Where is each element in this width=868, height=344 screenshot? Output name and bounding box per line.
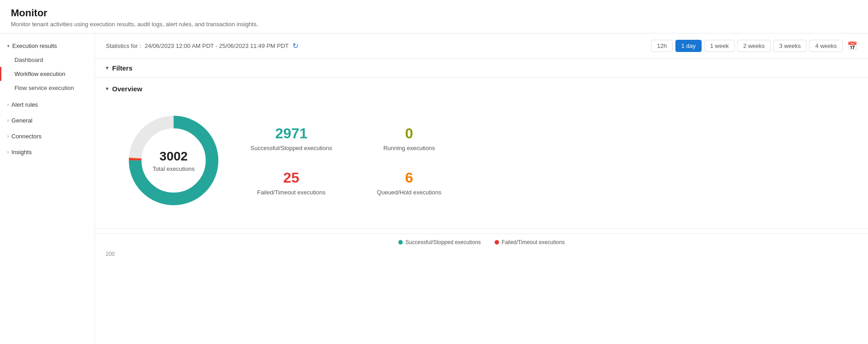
sidebar-item-flow-service[interactable]: Flow service execution <box>0 81 94 95</box>
date-range-text: 24/06/2023 12:00 AM PDT - 25/06/2023 11:… <box>145 42 288 49</box>
filters-section: ▾ Filters <box>95 59 868 78</box>
sidebar-item-workflow-execution[interactable]: Workflow execution <box>0 67 94 81</box>
sidebar-item-connectors[interactable]: › Connectors <box>0 128 94 144</box>
stat-queued-label: Queued/Hold executions <box>368 189 450 196</box>
sidebar-item-insights[interactable]: › Insights <box>0 144 94 160</box>
time-btn-1day[interactable]: 1 day <box>675 40 702 52</box>
stat-queued-value: 6 <box>368 170 450 186</box>
total-executions-label: Total executions <box>152 165 194 172</box>
donut-center: 3002 Total executions <box>152 149 194 172</box>
chart-area-bottom: Successful/Stopped executions Failed/Tim… <box>95 228 868 257</box>
stat-failed: 25 Failed/Timeout executions <box>250 170 332 196</box>
page-header: Monitor Monitor tenant activities using … <box>0 0 868 33</box>
time-btn-2weeks[interactable]: 2 weeks <box>737 40 771 52</box>
chevron-down-icon: ▾ <box>106 86 108 92</box>
chart-y-axis-label: 200 <box>95 251 868 257</box>
stat-running: 0 Running executions <box>368 125 450 151</box>
sidebar-item-general[interactable]: › General <box>0 113 94 128</box>
overview-toggle[interactable]: ▾ Overview <box>106 85 857 93</box>
stat-queued: 6 Queued/Hold executions <box>368 170 450 196</box>
legend-dot-red <box>495 240 499 245</box>
time-btn-3weeks[interactable]: 3 weeks <box>774 40 807 52</box>
stats-bar: Statistics for : 24/06/2023 12:00 AM PDT… <box>95 33 868 59</box>
main-content: Statistics for : 24/06/2023 12:00 AM PDT… <box>95 33 868 344</box>
sidebar-item-alert-rules[interactable]: › Alert rules <box>0 97 94 113</box>
chevron-right-icon: › <box>7 102 9 107</box>
stat-successful: 2971 Successful/Stopped executions <box>250 125 332 151</box>
chevron-right-icon: › <box>7 118 9 123</box>
total-executions-number: 3002 <box>152 149 194 164</box>
time-btn-12h[interactable]: 12h <box>651 40 673 52</box>
stat-successful-label: Successful/Stopped executions <box>250 145 332 151</box>
execution-results-header[interactable]: ▾ Execution results <box>0 39 94 53</box>
chevron-down-icon: ▾ <box>106 65 108 71</box>
page-title: Monitor <box>11 7 857 19</box>
stat-running-value: 0 <box>368 125 450 142</box>
legend-successful: Successful/Stopped executions <box>398 239 481 245</box>
overview-label: Overview <box>112 85 142 93</box>
time-filter-group: 12h 1 day 1 week 2 weeks 3 weeks 4 weeks… <box>651 40 857 52</box>
filters-label: Filters <box>112 64 132 72</box>
stats-grid: 2971 Successful/Stopped executions 0 Run… <box>250 125 450 196</box>
refresh-icon[interactable]: ↻ <box>292 42 298 50</box>
legend-dot-teal <box>398 240 403 245</box>
legend-failed-label: Failed/Timeout executions <box>502 239 565 245</box>
execution-results-label: Execution results <box>12 42 57 49</box>
stat-successful-value: 2971 <box>250 125 332 142</box>
chart-legend: Successful/Stopped executions Failed/Tim… <box>95 233 868 251</box>
sidebar-item-dashboard[interactable]: Dashboard <box>0 53 94 67</box>
time-btn-4weeks[interactable]: 4 weeks <box>809 40 843 52</box>
stats-prefix: Statistics for : <box>106 42 141 49</box>
donut-chart: 3002 Total executions <box>124 111 223 210</box>
stat-failed-label: Failed/Timeout executions <box>250 189 332 196</box>
filters-toggle[interactable]: ▾ Filters <box>106 64 857 72</box>
legend-successful-label: Successful/Stopped executions <box>406 239 481 245</box>
time-btn-1week[interactable]: 1 week <box>704 40 735 52</box>
date-range-info: Statistics for : 24/06/2023 12:00 AM PDT… <box>106 42 298 50</box>
main-layout: ▾ Execution results Dashboard Workflow e… <box>0 33 868 344</box>
execution-results-section: ▾ Execution results Dashboard Workflow e… <box>0 39 94 95</box>
stat-running-label: Running executions <box>368 145 450 151</box>
stat-failed-value: 25 <box>250 170 332 186</box>
chevron-right-icon: › <box>7 134 9 139</box>
overview-content: 3002 Total executions 2971 Successful/St… <box>106 102 857 224</box>
legend-failed: Failed/Timeout executions <box>495 239 565 245</box>
calendar-icon[interactable]: 📅 <box>847 41 857 51</box>
sidebar: ▾ Execution results Dashboard Workflow e… <box>0 33 95 344</box>
page-subtitle: Monitor tenant activities using executio… <box>11 21 857 28</box>
overview-section: ▾ Overview <box>95 78 868 224</box>
chevron-down-icon: ▾ <box>7 43 9 48</box>
chevron-right-icon: › <box>7 150 9 155</box>
